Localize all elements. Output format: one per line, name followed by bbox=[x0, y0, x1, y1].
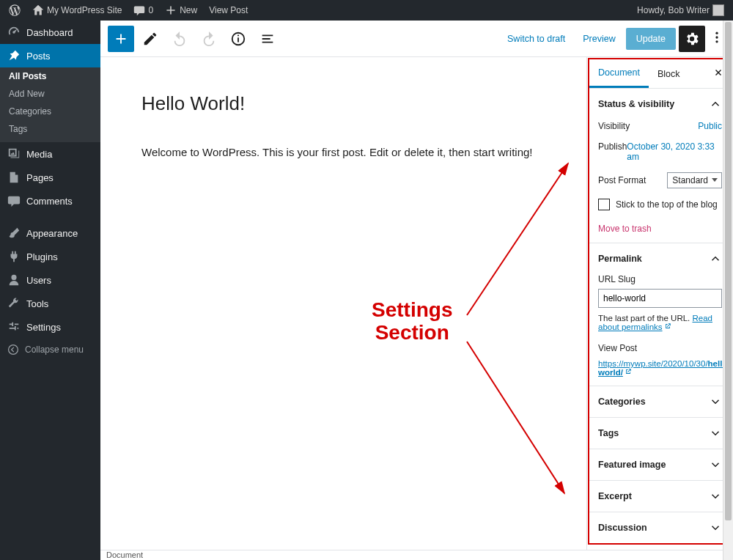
admin-menu: Dashboard Posts All Posts Add New Catego… bbox=[0, 21, 100, 560]
menu-plugins[interactable]: Plugins bbox=[0, 245, 100, 268]
user-icon bbox=[7, 273, 21, 287]
site-name: My WordPress Site bbox=[47, 5, 122, 15]
post-body[interactable]: Welcome to WordPress. This is your first… bbox=[141, 146, 552, 158]
outline-button[interactable] bbox=[254, 26, 281, 52]
chevron-down-icon bbox=[709, 521, 722, 534]
wp-logo[interactable] bbox=[3, 0, 26, 21]
tab-block[interactable]: Block bbox=[649, 59, 689, 88]
move-to-trash[interactable]: Move to trash bbox=[598, 224, 722, 234]
panel-permalink: Permalink URL Slug The last part of the … bbox=[589, 243, 731, 386]
chevron-up-icon bbox=[709, 252, 722, 265]
dashboard-icon bbox=[7, 26, 21, 39]
chevron-down-icon bbox=[709, 458, 722, 471]
post-format-label: Post Format bbox=[598, 175, 646, 185]
list-icon bbox=[259, 31, 276, 47]
breadcrumb[interactable]: Document bbox=[106, 550, 143, 559]
menu-collapse[interactable]: Collapse menu bbox=[0, 339, 100, 361]
post-format-select[interactable]: Standard bbox=[667, 172, 722, 188]
add-block-button[interactable] bbox=[108, 26, 134, 52]
site-link[interactable]: My WordPress Site bbox=[26, 0, 128, 21]
editor-workspace: Switch to draft Preview Update Hello Wor… bbox=[100, 21, 733, 560]
comments-link[interactable]: 0 bbox=[128, 0, 159, 21]
permalink-url[interactable]: https://mywp.site/2020/10/30/hello-world… bbox=[598, 359, 730, 377]
admin-bar: My WordPress Site 0 New View Post Howdy,… bbox=[0, 0, 733, 21]
settings-toggle[interactable] bbox=[679, 26, 705, 52]
publish-label: Publish bbox=[598, 141, 627, 162]
submenu-add-new[interactable]: Add New bbox=[0, 85, 100, 103]
view-post-link[interactable]: View Post bbox=[203, 0, 254, 21]
editor-footer: Document bbox=[100, 550, 733, 560]
status-heading[interactable]: Status & visibility bbox=[598, 97, 722, 111]
menu-comments[interactable]: Comments bbox=[0, 189, 100, 213]
annotation-arrows bbox=[100, 57, 586, 550]
editor-toolbar: Switch to draft Preview Update bbox=[100, 21, 733, 57]
gear-icon bbox=[684, 31, 700, 47]
brush-icon bbox=[7, 226, 21, 240]
undo-button[interactable] bbox=[166, 26, 193, 52]
visibility-value[interactable]: Public bbox=[698, 121, 722, 131]
menu-pages[interactable]: Pages bbox=[0, 166, 100, 189]
panel-tags[interactable]: Tags bbox=[589, 418, 731, 449]
close-icon bbox=[713, 67, 723, 78]
switch-to-draft[interactable]: Switch to draft bbox=[500, 34, 572, 44]
editor-canvas[interactable]: Hello World! Welcome to WordPress. This … bbox=[100, 57, 586, 550]
submenu-tags[interactable]: Tags bbox=[0, 120, 100, 138]
svg-line-6 bbox=[467, 342, 564, 493]
menu-users[interactable]: Users bbox=[0, 268, 100, 292]
info-icon bbox=[230, 31, 246, 47]
scrollbar-thumb[interactable] bbox=[725, 22, 732, 520]
post-title[interactable]: Hello World! bbox=[141, 92, 586, 115]
external-icon bbox=[625, 368, 632, 375]
info-button[interactable] bbox=[225, 26, 251, 52]
pencil-icon bbox=[142, 31, 158, 47]
update-button[interactable]: Update bbox=[626, 28, 676, 50]
redo-icon bbox=[201, 31, 217, 47]
menu-media[interactable]: Media bbox=[0, 142, 100, 166]
howdy-account[interactable]: Howdy, Bob Writer bbox=[631, 0, 730, 21]
menu-settings[interactable]: Settings bbox=[0, 315, 100, 339]
submenu-categories[interactable]: Categories bbox=[0, 103, 100, 120]
comments-count: 0 bbox=[148, 5, 153, 15]
wrench-icon bbox=[7, 297, 21, 310]
svg-point-3 bbox=[715, 36, 718, 38]
posts-submenu: All Posts Add New Categories Tags bbox=[0, 67, 100, 142]
menu-tools[interactable]: Tools bbox=[0, 292, 100, 315]
svg-line-5 bbox=[467, 163, 568, 315]
plus-icon bbox=[113, 31, 129, 47]
panel-categories[interactable]: Categories bbox=[589, 386, 731, 418]
panel-featured-image[interactable]: Featured image bbox=[589, 449, 731, 481]
sticky-checkbox[interactable] bbox=[598, 199, 610, 210]
publish-value[interactable]: October 30, 2020 3:33 am bbox=[627, 141, 722, 162]
url-slug-input[interactable] bbox=[598, 289, 722, 308]
preview-link[interactable]: Preview bbox=[575, 34, 622, 44]
plus-icon bbox=[165, 4, 177, 16]
settings-sidebar: Document Block Status & visibility Visib… bbox=[586, 57, 733, 550]
permalink-desc: The last part of the URL. Read about per… bbox=[598, 314, 722, 331]
submenu-all-posts[interactable]: All Posts bbox=[0, 67, 100, 85]
svg-point-4 bbox=[715, 40, 718, 43]
chevron-down-icon bbox=[709, 395, 722, 408]
chevron-up-icon bbox=[709, 97, 722, 111]
tab-document[interactable]: Document bbox=[589, 59, 649, 88]
pin-icon bbox=[7, 49, 21, 62]
menu-posts[interactable]: Posts bbox=[0, 44, 100, 67]
sticky-label: Stick to the top of the blog bbox=[616, 199, 718, 210]
scrollbar[interactable] bbox=[723, 21, 733, 560]
view-post-label: View Post bbox=[598, 343, 722, 353]
panel-discussion[interactable]: Discussion bbox=[589, 512, 731, 543]
new-content[interactable]: New bbox=[159, 0, 203, 21]
redo-button[interactable] bbox=[196, 26, 222, 52]
edit-mode-button[interactable] bbox=[137, 26, 163, 52]
chevron-down-icon bbox=[709, 427, 722, 440]
wordpress-icon bbox=[9, 4, 21, 16]
menu-dashboard[interactable]: Dashboard bbox=[0, 21, 100, 44]
panel-excerpt[interactable]: Excerpt bbox=[589, 481, 731, 512]
url-slug-label: URL Slug bbox=[598, 274, 722, 284]
external-icon bbox=[664, 323, 671, 330]
menu-appearance[interactable]: Appearance bbox=[0, 221, 100, 245]
svg-point-2 bbox=[715, 32, 718, 34]
kebab-icon bbox=[710, 30, 724, 45]
sidebar-tabs: Document Block bbox=[589, 59, 731, 89]
permalink-heading[interactable]: Permalink bbox=[598, 252, 722, 265]
plugin-icon bbox=[7, 250, 21, 263]
